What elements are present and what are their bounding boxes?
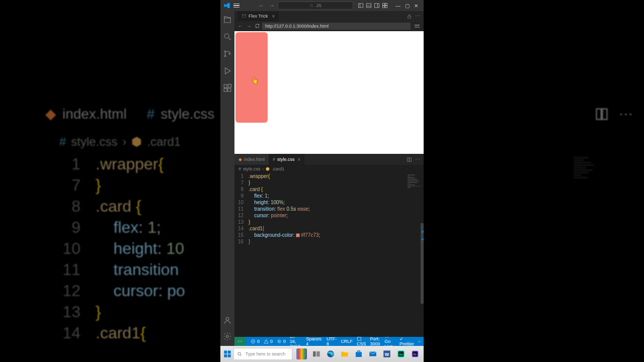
status-warnings[interactable]: 0	[264, 339, 273, 344]
svg-rect-29	[410, 157, 412, 161]
titlebar: ← → JS — ▢ ✕	[220, 0, 424, 11]
status-port[interactable]: Port: 3000	[370, 336, 380, 346]
status-prettier[interactable]: ✓ Prettier	[399, 336, 414, 346]
minimize-button[interactable]: —	[393, 1, 403, 10]
svg-rect-27	[408, 16, 411, 18]
run-debug-icon[interactable]	[223, 66, 232, 75]
search-icon[interactable]	[223, 32, 232, 41]
status-bar: 0 0 0 Ln 16, Col 2 Spaces: 4 UTF-8 CRLF …	[234, 337, 424, 346]
bg-tabs: ◆index.html #style.css	[45, 106, 215, 122]
svg-point-18	[229, 53, 230, 55]
svg-rect-0	[597, 109, 601, 119]
hamburger-menu-icon[interactable]	[233, 4, 239, 8]
close-icon[interactable]: ×	[298, 157, 301, 162]
word-icon[interactable]: W	[380, 347, 393, 360]
accounts-icon[interactable]	[223, 316, 232, 325]
svg-text:Au: Au	[399, 353, 403, 356]
svg-point-23	[226, 317, 229, 320]
explorer-icon[interactable]	[223, 15, 232, 24]
svg-rect-22	[228, 84, 231, 87]
bg-editor-actions: ⋯	[595, 106, 634, 122]
status-ports[interactable]: 0	[277, 339, 286, 344]
svg-text:W: W	[385, 352, 389, 357]
activity-bar	[220, 11, 234, 346]
svg-point-35	[278, 340, 281, 343]
source-control-icon[interactable]	[223, 49, 232, 58]
bell-icon[interactable]	[418, 339, 421, 344]
bg-breadcrumb: #style.css › ⬢.card1	[59, 135, 181, 149]
lock-icon[interactable]	[407, 14, 412, 19]
svg-rect-20	[224, 88, 227, 92]
status-spaces[interactable]: Spaces: 4	[306, 336, 323, 346]
vscode-logo-icon	[223, 2, 230, 9]
svg-rect-36	[358, 337, 361, 341]
preview-tabbar: Flex Trick × ⋯	[234, 11, 424, 21]
nav-forward-icon[interactable]: →	[268, 2, 276, 9]
remote-indicator[interactable]	[234, 337, 246, 346]
svg-rect-6	[367, 4, 371, 8]
maximize-button[interactable]: ▢	[403, 1, 412, 10]
vscode-window: ← → JS — ▢ ✕	[220, 0, 424, 362]
svg-point-17	[224, 55, 226, 57]
settings-gear-icon[interactable]	[223, 332, 232, 341]
store-icon[interactable]	[352, 347, 365, 360]
browser-back-icon[interactable]: ←	[236, 23, 244, 29]
bg-minimap	[574, 156, 599, 201]
split-editor-icon[interactable]	[407, 157, 412, 162]
tab-style-css[interactable]: #style.css ×	[269, 154, 304, 165]
taskview-icon[interactable]	[310, 347, 323, 360]
svg-rect-19	[224, 84, 227, 87]
svg-rect-21	[228, 88, 231, 92]
svg-rect-10	[383, 4, 385, 6]
svg-rect-39	[227, 350, 230, 353]
preview-addressbar: ← →	[234, 21, 424, 31]
svg-point-24	[226, 335, 229, 338]
svg-point-2	[310, 4, 313, 7]
live-preview[interactable]: 👆	[234, 31, 424, 154]
status-encoding[interactable]: UTF-8	[327, 336, 337, 346]
svg-rect-13	[385, 6, 387, 8]
svg-rect-25	[242, 15, 246, 18]
start-button[interactable]	[222, 348, 232, 360]
url-input[interactable]	[262, 23, 411, 30]
edge-icon[interactable]	[324, 347, 337, 360]
status-lang[interactable]: CSS	[357, 336, 366, 347]
premiere-icon[interactable]: Pr	[409, 347, 422, 360]
browser-menu-icon[interactable]	[413, 25, 422, 28]
extensions-icon[interactable]	[223, 83, 232, 93]
refresh-icon[interactable]	[255, 22, 260, 31]
layout-customize-icon[interactable]	[381, 2, 388, 9]
preview-tab[interactable]: Flex Trick ×	[237, 11, 279, 21]
svg-line-43	[240, 354, 242, 355]
layout-right-icon[interactable]	[373, 2, 380, 9]
taskbar-widget-icon[interactable]	[296, 348, 307, 359]
svg-rect-44	[313, 351, 315, 357]
svg-line-15	[228, 38, 231, 40]
close-button[interactable]: ✕	[412, 1, 421, 10]
mail-icon[interactable]	[366, 347, 379, 360]
svg-rect-8	[375, 4, 379, 8]
bg-code: 1.wrapper{7}8.card {9 flex: 1;10 height:…	[60, 153, 185, 343]
nav-back-icon[interactable]: ←	[258, 2, 266, 9]
tab-index-html[interactable]: ◆index.html	[234, 154, 269, 165]
svg-rect-4	[359, 4, 363, 8]
editor-tabbar: ◆index.html #style.css × ⋯	[234, 154, 424, 165]
layout-left-icon[interactable]	[357, 2, 364, 9]
more-icon[interactable]: ⋯	[415, 13, 421, 20]
status-errors[interactable]: 0	[251, 339, 260, 344]
command-center[interactable]: JS	[278, 2, 353, 10]
layout-bottom-icon[interactable]	[365, 2, 372, 9]
svg-rect-47	[356, 352, 362, 357]
breadcrumb[interactable]: #style.css › ⬢.card1	[234, 165, 424, 173]
svg-point-16	[224, 51, 226, 52]
svg-rect-38	[224, 350, 227, 353]
code-editor[interactable]: 1.wrapper{7}8.card {9 flex: 1;10 height:…	[234, 173, 424, 337]
audition-icon[interactable]: Au	[394, 347, 408, 360]
more-icon[interactable]: ⋯	[415, 156, 421, 163]
svg-point-14	[224, 34, 229, 38]
status-eol[interactable]: CRLF	[341, 339, 353, 344]
close-icon[interactable]: ×	[272, 14, 275, 19]
explorer-icon[interactable]	[338, 347, 351, 360]
taskbar-search[interactable]: Type here to search	[233, 348, 292, 360]
browser-forward-icon[interactable]: →	[246, 23, 253, 29]
